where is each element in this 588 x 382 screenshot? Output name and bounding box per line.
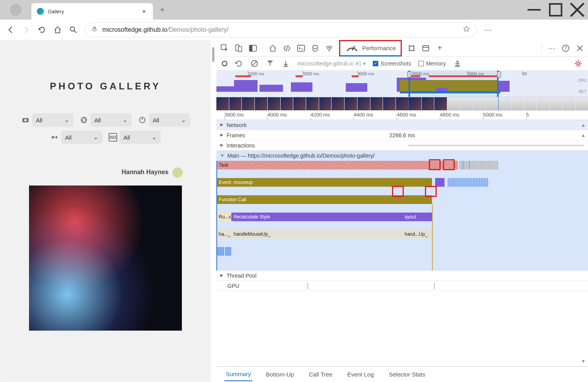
tab-call-tree[interactable]: Call Tree [307, 368, 334, 381]
filter-camera-select[interactable]: All⌄ [32, 113, 73, 127]
upload-icon[interactable] [266, 59, 274, 68]
tab-event-log[interactable]: Event Log [346, 368, 376, 381]
flame-recalc[interactable]: Recalculate Style [231, 213, 404, 221]
filter-exposure-select[interactable]: All⌄ [149, 113, 190, 127]
ruler-tick: 3800 ms [224, 112, 244, 118]
dock-icon[interactable] [249, 44, 257, 53]
edge-favicon-icon [37, 8, 44, 15]
selection-handle-left[interactable] [407, 71, 411, 78]
console-icon[interactable] [297, 44, 305, 53]
track-main-header[interactable]: ▼Main — https://microsoftedge.github.io/… [216, 151, 588, 161]
svg-rect-15 [238, 46, 242, 51]
filter-aperture-select[interactable]: All⌄ [91, 113, 132, 127]
record-button[interactable] [222, 61, 227, 66]
filmstrip [216, 97, 588, 110]
back-button[interactable] [6, 25, 15, 34]
svg-text:?: ? [564, 45, 567, 51]
track-network[interactable]: ▶Network▲ [216, 120, 588, 130]
ruler-tick: 5 [526, 112, 529, 118]
garbage-collect-icon[interactable] [453, 59, 462, 68]
forward-button [22, 25, 31, 34]
flame-event[interactable]: Event: mouseup [216, 178, 432, 187]
overview-tick: 60 [522, 71, 527, 76]
tab-bottom-up[interactable]: Bottom-Up [264, 368, 296, 381]
scrollbar-thumb[interactable] [212, 47, 214, 62]
help-icon[interactable]: ? [561, 44, 570, 53]
track-gpu[interactable]: GPU [216, 281, 588, 291]
devtools-more-icon[interactable]: ⋯ [547, 44, 556, 53]
sources-icon[interactable] [311, 44, 319, 53]
track-threadpool[interactable]: ▶Thread Pool [216, 271, 588, 281]
performance-toolbar: microsoftedge.github.io #1 ▾ ✓Screenshot… [216, 56, 588, 71]
perf-settings-icon[interactable] [574, 59, 583, 68]
favorite-icon[interactable] [463, 25, 470, 34]
recording-dropdown[interactable]: microsoftedge.github.io #1 ▾ [297, 60, 366, 67]
camera-icon [21, 116, 30, 124]
overview-timeline[interactable]: 1000 ms 2000 ms 3000 ms 4000 ms 5000 ms … [216, 71, 588, 111]
content-split: PHOTO GALLERY All⌄ All⌄ All⌄ All⌄ ISO Al… [0, 40, 588, 382]
cpu-label: CPU [578, 78, 586, 83]
selection-handle-right[interactable] [497, 71, 501, 78]
flame-handle2[interactable]: handleMouseUp_ [231, 230, 403, 238]
author-avatar-icon [172, 167, 183, 178]
elements-icon[interactable] [283, 44, 291, 53]
svg-line-5 [74, 31, 76, 33]
flame-handle3[interactable]: hand...Up_ [404, 230, 432, 238]
inspect-icon[interactable] [220, 44, 229, 53]
window-titlebar: Gallery ✕ + [0, 0, 588, 20]
tab-summary[interactable]: Summary [224, 367, 252, 381]
new-tab-button[interactable]: + [157, 4, 168, 15]
pane-resizer[interactable] [211, 40, 216, 382]
ruler-tick: 4400 ms [354, 112, 373, 118]
devtools-toolbar: Performance + ⋯ ? [216, 40, 588, 56]
svg-line-29 [252, 61, 257, 65]
devtools-close-icon[interactable] [575, 44, 584, 53]
ruler-tick: 5000 ms [483, 112, 503, 118]
search-icon[interactable] [69, 25, 78, 34]
minimize-button[interactable] [523, 2, 545, 18]
tab-selector-stats[interactable]: Selector Stats [387, 368, 426, 381]
tab-close-icon[interactable]: ✕ [142, 9, 147, 14]
window-close-button[interactable] [566, 2, 588, 18]
filter-iso-select[interactable]: All⌄ [120, 131, 161, 144]
page-heading: PHOTO GALLERY [4, 81, 207, 92]
home-button[interactable] [53, 25, 62, 34]
svg-rect-21 [409, 46, 414, 50]
browser-more-icon[interactable]: ⋯ [484, 25, 492, 34]
flame-layout[interactable]: ayout [404, 213, 432, 221]
refresh-button[interactable] [38, 25, 46, 34]
flame-chart[interactable]: Task Event: mouseup Function Call [216, 161, 588, 271]
screenshots-checkbox[interactable]: ✓Screenshots [373, 60, 411, 67]
memory-icon[interactable] [407, 44, 416, 53]
track-interactions[interactable]: ▶Interactions [216, 140, 588, 151]
flame-task[interactable]: Task [216, 161, 435, 169]
download-icon[interactable] [281, 59, 290, 68]
device-icon[interactable] [234, 44, 243, 53]
flame-run[interactable]: Ru...s [216, 213, 231, 221]
time-ruler[interactable]: 3800 ms 4000 ms 4200 ms 4400 ms 4600 ms … [216, 111, 588, 120]
ruler-tick: 4800 ms [440, 112, 459, 118]
address-bar[interactable]: microsoftedge.github.io/Demos/photo-gall… [85, 22, 477, 37]
flame-handle1[interactable]: ha..._ [216, 230, 231, 238]
tracks-area[interactable]: ▶Network▲ ▶Frames2266.6 ms▲ ▶Interaction… [216, 120, 588, 366]
filter-focal-select[interactable]: All⌄ [61, 131, 102, 144]
add-tab-icon[interactable]: + [436, 44, 444, 53]
lock-icon [91, 26, 98, 34]
svg-point-31 [577, 62, 580, 65]
devtools-panel: Performance + ⋯ ? microsoftedge.github.i… [216, 40, 588, 382]
profile-avatar-icon[interactable] [10, 4, 22, 16]
reload-record-button[interactable] [234, 59, 243, 68]
ruler-tick: 4200 ms [310, 112, 330, 118]
track-frames[interactable]: ▶Frames2266.6 ms▲ [216, 130, 588, 140]
browser-tab[interactable]: Gallery ✕ [31, 3, 153, 20]
network-icon[interactable] [325, 44, 334, 53]
maximize-button[interactable] [545, 2, 566, 18]
memory-checkbox[interactable]: Memory [418, 60, 446, 67]
gallery-photo[interactable] [29, 186, 182, 331]
welcome-icon[interactable] [269, 44, 277, 53]
flame-fncall[interactable]: Function Call [216, 195, 432, 204]
tab-performance[interactable]: Performance [339, 40, 402, 56]
author-byline: Hannah Haynes [4, 167, 207, 178]
clear-button[interactable] [250, 59, 259, 68]
application-icon[interactable] [421, 44, 430, 53]
